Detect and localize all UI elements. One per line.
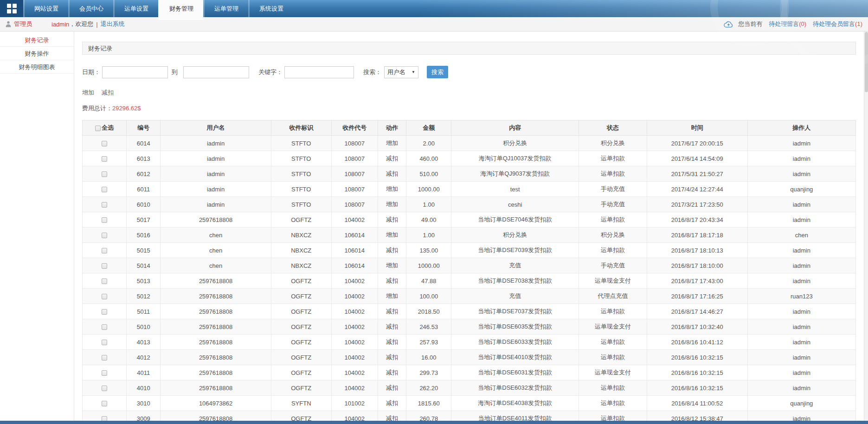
- cell: OGFTZ: [271, 273, 331, 289]
- cell: 当地订单DSE4011发货扣款: [451, 411, 579, 421]
- checkbox-cell: [83, 243, 127, 258]
- date-to-input[interactable]: [183, 66, 249, 78]
- cell: iadmin: [161, 182, 271, 197]
- cell: 运单现金支付: [579, 273, 647, 289]
- row-checkbox[interactable]: [102, 156, 107, 162]
- nav-tab-6[interactable]: 系统设置: [248, 0, 293, 17]
- admin-screen: 网站设置会员中心运单设置财务管理运单管理系统设置 管理员 iadmin ，欢迎您…: [0, 0, 868, 424]
- cell: iadmin: [747, 243, 855, 258]
- row-checkbox[interactable]: [102, 263, 107, 269]
- cell: 2.00: [406, 136, 451, 151]
- row-checkbox[interactable]: [102, 278, 107, 284]
- checkbox-cell: [83, 228, 127, 243]
- row-checkbox[interactable]: [102, 416, 107, 421]
- cell: 108007: [331, 136, 378, 151]
- checkbox-cell: [83, 197, 127, 212]
- cell: 2016/8/17 17:16:25: [647, 289, 747, 304]
- keyword-input[interactable]: [284, 66, 354, 78]
- cell: 108007: [331, 151, 378, 166]
- row-checkbox[interactable]: [102, 309, 107, 315]
- row-checkbox[interactable]: [102, 386, 107, 391]
- cell: 减扣: [378, 350, 406, 365]
- logout-link[interactable]: 退出系统: [101, 20, 125, 28]
- row-checkbox[interactable]: [102, 202, 107, 208]
- cell: 减扣: [378, 166, 406, 182]
- search-type-value: 用户名: [387, 68, 405, 76]
- select-all-checkbox[interactable]: [95, 126, 101, 131]
- column-header: 动作: [378, 120, 406, 136]
- column-header: 收件标识: [271, 120, 331, 136]
- date-from-input[interactable]: [102, 66, 168, 78]
- cell: 2597618808: [161, 411, 271, 421]
- cell: 手动充值: [579, 182, 647, 197]
- checkbox-cell: [83, 182, 127, 197]
- checkbox-cell: [83, 319, 127, 335]
- cell: 104002: [331, 335, 378, 350]
- cell: 运单扣款: [579, 380, 647, 396]
- cell: 47.88: [406, 273, 451, 289]
- nav-tab-4[interactable]: 财务管理: [158, 0, 203, 20]
- row-checkbox[interactable]: [102, 340, 107, 345]
- cell: 5017: [127, 212, 161, 228]
- cell: iadmin: [747, 380, 855, 396]
- table-row: 5015chenNBXCZ106014减扣135.00当地订单DSE7039发货…: [83, 243, 856, 258]
- row-checkbox[interactable]: [102, 187, 107, 192]
- cloud-icon: [724, 21, 733, 28]
- row-checkbox[interactable]: [102, 217, 107, 223]
- cell: 积分兑换: [579, 228, 647, 243]
- sidebar-item-1[interactable]: 财务记录: [0, 33, 74, 47]
- cell: 106014: [331, 228, 378, 243]
- row-checkbox[interactable]: [102, 294, 107, 299]
- pending-link-2[interactable]: 待处理会员留言(1): [813, 20, 862, 28]
- row-checkbox[interactable]: [102, 248, 107, 253]
- cell: iadmin: [747, 197, 855, 212]
- cell: 当地订单DSE7037发货扣款: [451, 304, 579, 319]
- row-checkbox[interactable]: [102, 370, 107, 376]
- deduct-link[interactable]: 减扣: [102, 89, 114, 97]
- cell: 2017/6/17 20:00:15: [647, 136, 747, 151]
- nav-tab-5[interactable]: 运单管理: [203, 0, 248, 17]
- cell: 135.00: [406, 243, 451, 258]
- cell: 积分兑换: [579, 136, 647, 151]
- cell: 减扣: [378, 335, 406, 350]
- table-row: 40102597618808OGFTZ104002减扣262.20当地订单DSE…: [83, 380, 856, 396]
- cell: 3010: [127, 396, 161, 411]
- cell: 海淘订单QJ10037发货扣款: [451, 151, 579, 166]
- add-link[interactable]: 增加: [82, 89, 94, 97]
- cell: STFTO: [271, 197, 331, 212]
- search-type-select[interactable]: 用户名 ▼: [384, 66, 418, 78]
- row-checkbox[interactable]: [102, 401, 107, 406]
- row-checkbox[interactable]: [102, 171, 107, 177]
- row-checkbox[interactable]: [102, 324, 107, 330]
- apps-grid-icon[interactable]: [0, 0, 23, 17]
- cell: 104002: [331, 304, 378, 319]
- vertical-scrollbar[interactable]: [864, 32, 868, 421]
- nav-tab-1[interactable]: 网站设置: [23, 0, 68, 17]
- nav-tab-2[interactable]: 会员中心: [68, 0, 113, 17]
- cell: 2017/6/14 14:54:09: [647, 151, 747, 166]
- search-button[interactable]: 搜索: [427, 66, 448, 78]
- cell: OGFTZ: [271, 335, 331, 350]
- scrollbar-thumb[interactable]: [865, 32, 868, 92]
- total-label: 费用总计：: [82, 105, 112, 112]
- row-checkbox[interactable]: [102, 141, 107, 146]
- search-type-label: 搜索：: [363, 68, 381, 76]
- cell: iadmin: [747, 319, 855, 335]
- notice-prefix: 您当前有: [738, 20, 762, 28]
- table-row: 40132597618808OGFTZ104002减扣257.93当地订单DSE…: [83, 335, 856, 350]
- column-header: 内容: [451, 120, 579, 136]
- cell: 2597618808: [161, 365, 271, 380]
- sidebar-item-3[interactable]: 财务明细图表: [0, 60, 74, 74]
- row-checkbox[interactable]: [102, 355, 107, 361]
- cell: quanjing: [747, 396, 855, 411]
- row-checkbox[interactable]: [102, 233, 107, 238]
- cell: 代理点充值: [579, 289, 647, 304]
- sidebar-item-2[interactable]: 财务操作: [0, 47, 74, 60]
- pending-link-1[interactable]: 待处理留言(0): [769, 20, 806, 28]
- cell: iadmin: [161, 166, 271, 182]
- cell: 运单扣款: [579, 411, 647, 421]
- cell: 减扣: [378, 319, 406, 335]
- nav-tab-3[interactable]: 运单设置: [113, 0, 158, 17]
- cell: 2016/8/17 18:17:18: [647, 228, 747, 243]
- cell: chen: [161, 258, 271, 273]
